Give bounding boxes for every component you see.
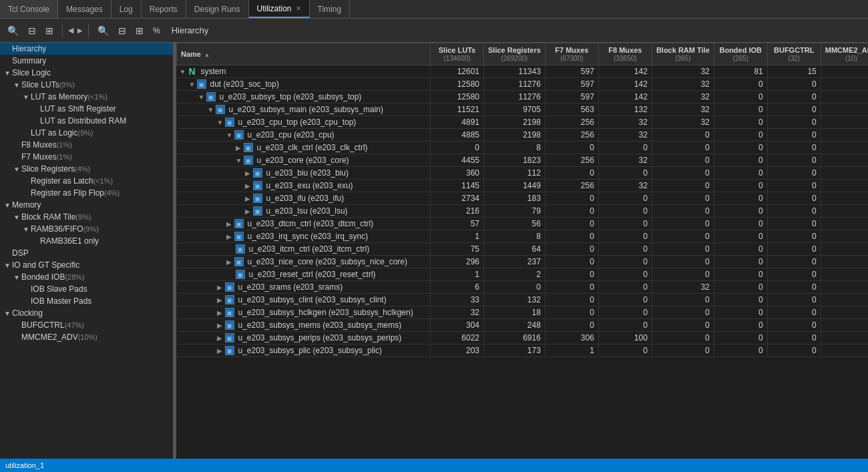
table-row[interactable]: ▶ ▣u_e203_lsu (e203_lsu)21679000000 <box>177 205 869 218</box>
expand-all-button2[interactable]: ⊞ <box>132 23 147 38</box>
col-header-mmcme2[interactable]: MMCME2_ADV(10) <box>821 43 868 65</box>
sidebar-item-mmcme2[interactable]: MMCME2_ADV (10%) <box>0 331 173 343</box>
col-sub: (10) <box>845 55 857 62</box>
row-expand-arrow[interactable]: ▶ <box>226 258 234 266</box>
row-name-text: u_e203_nice_core (e203_subsys_nice_core) <box>248 257 408 266</box>
sidebar-item-dsp[interactable]: DSP <box>0 247 173 259</box>
table-row[interactable]: ▣u_e203_itcm_ctrl (e203_itcm_ctrl)756400… <box>177 243 869 256</box>
panel-collapse-arrow[interactable]: ◀ <box>68 26 73 35</box>
sidebar-item-block-ram-tile[interactable]: ▼Block RAM Tile (9%) <box>0 211 173 223</box>
sidebar-item-hierarchy[interactable]: Hierarchy <box>0 43 173 55</box>
row-expand-arrow[interactable]: ▶ <box>226 233 234 240</box>
col-header-name[interactable]: Name ▲ <box>177 43 431 65</box>
sidebar-item-register-as-latch[interactable]: Register as Latch (<1%) <box>0 175 173 187</box>
table-row[interactable]: ▶ ▣u_e203_clk_ctrl (e203_clk_ctrl)080000… <box>177 142 869 154</box>
table-row[interactable]: ▼ ▣u_e203_subsys_top (e203_subsys_top)12… <box>177 91 869 103</box>
sidebar-item-ramb36e1[interactable]: RAMB36E1 only <box>0 235 173 247</box>
table-row[interactable]: ▼ ▣u_e203_cpu_top (e203_cpu_top)48912198… <box>177 116 869 129</box>
col-header-f8-muxes[interactable]: F8 Muxes(33650) <box>598 43 652 65</box>
row-expand-arrow[interactable]: ▶ <box>226 220 234 228</box>
row-expand-arrow[interactable]: ▶ <box>245 195 253 202</box>
table-row[interactable]: ▼ Nsystem12601113435971423281151 <box>177 65 869 78</box>
expand-all-button[interactable]: ⊞ <box>42 23 57 38</box>
tab-tcl-console[interactable]: Tcl Console <box>0 0 58 18</box>
table-row[interactable]: ▶ ▣u_e203_exu (e203_exu)1145144925632000… <box>177 180 869 192</box>
table-row[interactable]: ▶ ▣u_e203_dtcm_ctrl (e203_dtcm_ctrl)5756… <box>177 218 869 230</box>
sidebar-item-bufgctrl[interactable]: BUFGCTRL (47%) <box>0 319 173 331</box>
col-header-bonded-iob[interactable]: Bonded IOB(265) <box>714 43 767 65</box>
sidebar-item-slice-logic[interactable]: ▼Slice Logic <box>0 67 173 79</box>
sidebar-item-clocking[interactable]: ▼Clocking <box>0 307 173 319</box>
tab-reports[interactable]: Reports <box>142 0 186 18</box>
row-expand-arrow[interactable]: ▶ <box>217 284 225 291</box>
table-row[interactable]: ▶ ▣u_e203_subsys_mems (e203_subsys_mems)… <box>177 319 869 332</box>
row-expand-arrow[interactable]: ▶ <box>217 296 225 304</box>
col-header-block-ram[interactable]: Block RAM Tile(365) <box>652 43 714 65</box>
collapse-all-button2[interactable]: ⊟ <box>115 23 130 38</box>
table-row[interactable]: ▼ ▣u_e203_cpu (e203_cpu)4885219825632000… <box>177 129 869 142</box>
table-row[interactable]: ▼ ▣u_e203_subsys_main (e203_subsys_main)… <box>177 103 869 116</box>
table-row[interactable]: ▼ ▣u_e203_core (e203_core)44551823256320… <box>177 154 869 167</box>
tab-design-runs[interactable]: Design Runs <box>186 0 249 18</box>
col-header-slice-regs[interactable]: Slice Registers(269200) <box>484 43 546 65</box>
table-row[interactable]: ▼ ▣dut (e203_soc_top)1258011276597142320… <box>177 78 869 91</box>
row-expand-arrow[interactable]: ▶ <box>236 144 244 152</box>
sidebar-item-slice-luts[interactable]: ▼Slice LUTs (9%) <box>0 79 173 91</box>
sidebar-item-ramb36[interactable]: ▼RAMB36/FIFO (9%) <box>0 223 173 235</box>
sidebar-item-f8-muxes[interactable]: F8 Muxes (1%) <box>0 139 173 151</box>
row-expand-arrow[interactable]: ▼ <box>226 132 234 139</box>
table-row[interactable]: ▶ ▣u_e203_ifu (e203_ifu)2734183000000 <box>177 192 869 205</box>
row-expand-arrow[interactable]: ▶ <box>217 334 225 342</box>
sidebar-item-io-gt[interactable]: ▼IO and GT Specific <box>0 259 173 271</box>
col-header-slice-luts[interactable]: Slice LUTs(134600) <box>431 43 484 65</box>
sidebar-item-lut-as-memory[interactable]: ▼LUT as Memory (<1%) <box>0 91 173 103</box>
row-expand-arrow[interactable]: ▼ <box>198 93 206 101</box>
sidebar-item-lut-as-logic[interactable]: LUT as Logic (9%) <box>0 127 173 139</box>
sidebar-item-slice-registers[interactable]: ▼Slice Registers (4%) <box>0 163 173 175</box>
row-expand-arrow[interactable]: ▶ <box>217 347 225 355</box>
table-row[interactable]: ▶ ▣u_e203_irq_sync (e203_irq_sync)180000… <box>177 230 869 243</box>
panel-expand-arrow[interactable]: ▶ <box>77 27 83 34</box>
tab-messages[interactable]: Messages <box>58 0 112 18</box>
table-row[interactable]: ▶ ▣u_e203_subsys_perips (e203_subsys_per… <box>177 332 869 344</box>
sidebar-item-f7-muxes[interactable]: F7 Muxes (1%) <box>0 151 173 163</box>
row-expand-arrow[interactable]: ▼ <box>189 81 197 88</box>
tab-timing[interactable]: Timing <box>310 0 351 18</box>
table-row[interactable]: ▶ ▣u_e203_biu (e203_biu)360112000000 <box>177 167 869 180</box>
sidebar-item-bonded-iob[interactable]: ▼Bonded IOB (28%) <box>0 271 173 283</box>
sidebar-item-lut-as-distributed[interactable]: LUT as Distributed RAM <box>0 115 173 127</box>
sidebar-item-summary[interactable]: Summary <box>0 55 173 67</box>
row-expand-arrow[interactable]: ▶ <box>245 182 253 190</box>
table-row[interactable]: ▶ ▣u_e203_srams (e203_srams)600032000 <box>177 281 869 294</box>
sidebar-item-memory[interactable]: ▼Memory <box>0 199 173 211</box>
sidebar-item-iob-master[interactable]: IOB Master Pads <box>0 295 173 307</box>
sidebar-item-lut-as-shift[interactable]: LUT as Shift Register <box>0 103 173 115</box>
percent-button[interactable]: % <box>150 24 164 37</box>
bram-cell: 32 <box>652 116 714 129</box>
table-row[interactable]: ▶ ▣u_e203_subsys_plic (e203_subsys_plic)… <box>177 344 869 357</box>
row-expand-arrow[interactable]: ▶ <box>217 322 225 329</box>
table-row[interactable]: ▶ ▣u_e203_nice_core (e203_subsys_nice_co… <box>177 256 869 268</box>
bufg-cell: 0 <box>767 167 821 180</box>
table-row[interactable]: ▶ ▣u_e203_subsys_hclkgen (e203_subsys_hc… <box>177 306 869 319</box>
row-expand-arrow[interactable]: ▼ <box>236 157 244 164</box>
row-expand-arrow[interactable]: ▼ <box>217 119 225 126</box>
row-expand-arrow[interactable]: ▶ <box>217 309 225 316</box>
collapse-all-button[interactable]: ⊟ <box>25 23 39 38</box>
search-button2[interactable]: 🔍 <box>94 23 112 38</box>
search-button[interactable]: 🔍 <box>4 23 22 38</box>
tab-close-icon[interactable]: ✕ <box>296 5 301 12</box>
tab-log[interactable]: Log <box>112 0 142 18</box>
f7-cell: 256 <box>545 116 598 129</box>
sidebar-item-iob-slave[interactable]: IOB Slave Pads <box>0 283 173 295</box>
tab-utilization[interactable]: Utilization ✕ <box>249 0 310 18</box>
row-expand-arrow[interactable]: ▼ <box>208 106 216 113</box>
row-expand-arrow[interactable]: ▶ <box>245 170 253 177</box>
table-row[interactable]: ▣u_e203_reset_ctrl (e203_reset_ctrl)1200… <box>177 268 869 281</box>
sidebar-item-register-as-ff[interactable]: Register as Flip Flop (4%) <box>0 187 173 199</box>
row-expand-arrow[interactable]: ▶ <box>245 208 253 215</box>
table-row[interactable]: ▶ ▣u_e203_subsys_clint (e203_subsys_clin… <box>177 294 869 306</box>
row-expand-arrow[interactable]: ▼ <box>180 68 188 75</box>
col-header-f7-muxes[interactable]: F7 Muxes(67300) <box>545 43 598 65</box>
col-header-bufgctrl[interactable]: BUFGCTRL(32) <box>767 43 821 65</box>
